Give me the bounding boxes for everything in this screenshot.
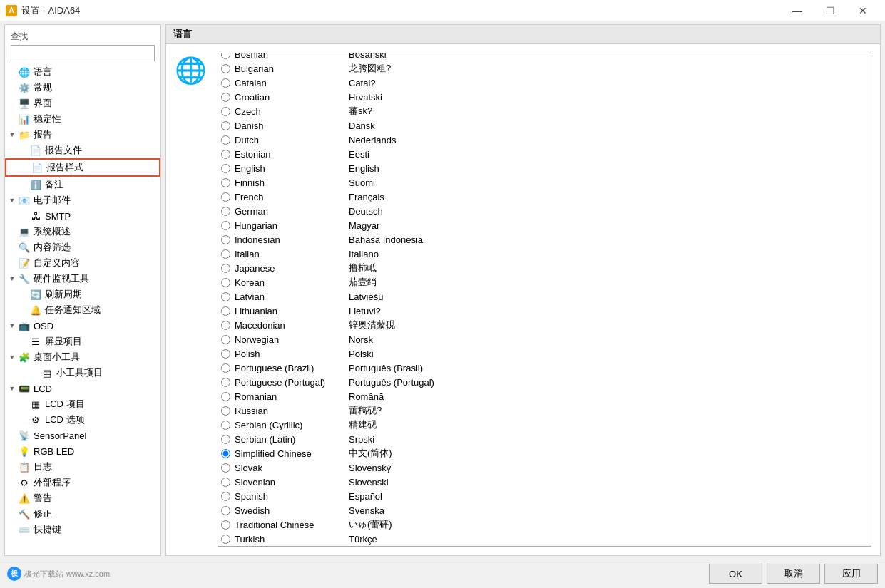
- sidebar-item-report-file[interactable]: 📄报告文件: [5, 143, 160, 158]
- expand-icon-email[interactable]: ▼: [8, 196, 16, 205]
- lang-row[interactable]: EnglishEnglish: [218, 161, 871, 175]
- sidebar-item-sensorpanel[interactable]: 📡SensorPanel: [5, 428, 160, 443]
- radio-portuguese--brazil-[interactable]: [221, 363, 230, 373]
- lang-row[interactable]: DanishDansk: [218, 118, 871, 133]
- radio-bosnian[interactable]: [221, 53, 230, 59]
- lang-row[interactable]: Korean茄壹绡: [218, 275, 871, 289]
- sidebar-item-report[interactable]: ▼📁报告: [5, 127, 160, 143]
- lang-row[interactable]: SwedishSvenska: [218, 503, 871, 517]
- radio-swedish[interactable]: [221, 506, 230, 515]
- sidebar-item-language[interactable]: 🌐语言: [5, 64, 160, 80]
- radio-serbian--cyrillic-[interactable]: [221, 421, 230, 430]
- radio-romanian[interactable]: [221, 392, 230, 401]
- cancel-button[interactable]: 取消: [767, 564, 820, 584]
- lang-row[interactable]: NorwegianNorsk: [218, 332, 871, 346]
- radio-croatian[interactable]: [221, 93, 230, 102]
- expand-icon-osd[interactable]: ▼: [8, 321, 16, 330]
- lang-row[interactable]: HungarianMagyar: [218, 218, 871, 232]
- expand-icon-hwmon[interactable]: ▼: [8, 274, 16, 283]
- radio-spanish[interactable]: [221, 492, 230, 501]
- sidebar-item-notes[interactable]: ℹ️备注: [5, 177, 160, 192]
- lang-row[interactable]: SlovenianSlovenski: [218, 475, 871, 489]
- maximize-button[interactable]: ☐: [814, 0, 846, 21]
- radio-lithuanian[interactable]: [221, 306, 230, 316]
- lang-row[interactable]: Traditional Chineseいゅ(蕾砰): [218, 517, 871, 532]
- radio-indonesian[interactable]: [221, 235, 230, 244]
- sidebar-item-shortcut[interactable]: ⌨️快捷键: [5, 522, 160, 537]
- sidebar-item-email[interactable]: ▼📧电子邮件: [5, 192, 160, 208]
- lang-row[interactable]: Bulgarian龙胯図粗?: [218, 61, 871, 76]
- sidebar-item-refresh[interactable]: 🔄刷新周期: [5, 287, 160, 302]
- lang-row[interactable]: ItalianItaliano: [218, 247, 871, 261]
- sidebar-item-osd[interactable]: ▼📺OSD: [5, 318, 160, 334]
- lang-row[interactable]: Portuguese (Portugal)Português (Portugal…: [218, 375, 871, 389]
- lang-row[interactable]: SpanishEspañol: [218, 489, 871, 503]
- expand-icon-lcd[interactable]: ▼: [8, 384, 16, 393]
- lang-row[interactable]: FrenchFrançais: [218, 190, 871, 204]
- radio-russian[interactable]: [221, 406, 230, 416]
- lang-row[interactable]: GermanDeutsch: [218, 204, 871, 218]
- radio-german[interactable]: [221, 207, 230, 216]
- sidebar-item-tasknotify[interactable]: 🔔任务通知区域: [5, 302, 160, 318]
- search-input[interactable]: [11, 45, 155, 61]
- lang-row[interactable]: FinnishSuomi: [218, 175, 871, 190]
- radio-traditional-chinese[interactable]: [221, 520, 230, 530]
- radio-latvian[interactable]: [221, 292, 230, 301]
- lang-row[interactable]: IndonesianBahasa Indonesia: [218, 232, 871, 247]
- minimize-button[interactable]: —: [781, 0, 814, 21]
- radio-japanese[interactable]: [221, 264, 230, 273]
- lang-row[interactable]: Serbian (Latin)Srpski: [218, 432, 871, 446]
- radio-macedonian[interactable]: [221, 321, 230, 330]
- radio-french[interactable]: [221, 192, 230, 202]
- radio-bulgarian[interactable]: [221, 64, 230, 73]
- lang-row[interactable]: Japanese撸柿岻: [218, 261, 871, 275]
- sidebar-item-interface[interactable]: 🖥️界面: [5, 96, 160, 111]
- sidebar-item-desktoptool[interactable]: ▼🧩桌面小工具: [5, 349, 160, 365]
- lang-row[interactable]: Macedonian锌奥清藜砚: [218, 318, 871, 332]
- expand-icon-desktoptool[interactable]: ▼: [8, 353, 16, 361]
- radio-english[interactable]: [221, 164, 230, 173]
- radio-slovak[interactable]: [221, 463, 230, 473]
- sidebar-item-repair[interactable]: 🔨修正: [5, 506, 160, 522]
- radio-polish[interactable]: [221, 349, 230, 359]
- ok-button[interactable]: OK: [709, 564, 762, 584]
- sidebar-item-contentfilter[interactable]: 🔍内容筛选: [5, 239, 160, 255]
- radio-slovenian[interactable]: [221, 478, 230, 487]
- radio-finnish[interactable]: [221, 178, 230, 187]
- sidebar-item-sysoverview[interactable]: 💻系统概述: [5, 224, 160, 239]
- lang-row[interactable]: LithuanianLietuvi?: [218, 304, 871, 318]
- close-button[interactable]: ✕: [846, 0, 879, 21]
- radio-simplified-chinese[interactable]: [221, 449, 230, 458]
- lang-row[interactable]: SlovakSlovenský: [218, 460, 871, 475]
- radio-hungarian[interactable]: [221, 221, 230, 230]
- lang-row[interactable]: DutchNederlands: [218, 133, 871, 147]
- radio-turkish[interactable]: [221, 535, 230, 544]
- sidebar-item-rgbled[interactable]: 💡RGB LED: [5, 443, 160, 459]
- sidebar-item-lcdopt[interactable]: ⚙LCD 选项: [5, 412, 160, 428]
- lang-row[interactable]: LatvianLatviešu: [218, 289, 871, 304]
- lang-row[interactable]: Czech蕃sk?: [218, 104, 871, 118]
- lang-row[interactable]: Portuguese (Brazil)Português (Brasil): [218, 361, 871, 375]
- sidebar-item-general[interactable]: ⚙️常规: [5, 80, 160, 96]
- expand-icon-report[interactable]: ▼: [8, 130, 16, 139]
- sidebar-item-custom[interactable]: 📝自定义内容: [5, 255, 160, 271]
- radio-serbian--latin-[interactable]: [221, 435, 230, 444]
- sidebar-item-report-style[interactable]: 📄报告样式: [5, 158, 160, 177]
- sidebar-item-screenitems[interactable]: ☰屏显项目: [5, 334, 160, 349]
- sidebar-item-warning[interactable]: ⚠️警告: [5, 490, 160, 506]
- lang-row[interactable]: Russian蕾稿砚?: [218, 403, 871, 418]
- apply-button[interactable]: 应用: [824, 564, 878, 584]
- lang-row[interactable]: RomanianRomână: [218, 389, 871, 403]
- radio-korean[interactable]: [221, 278, 230, 287]
- radio-norwegian[interactable]: [221, 335, 230, 344]
- radio-estonian[interactable]: [221, 150, 230, 159]
- radio-dutch[interactable]: [221, 135, 230, 145]
- lang-row[interactable]: CatalanCatal?: [218, 76, 871, 90]
- sidebar-item-hwmon[interactable]: ▼🔧硬件监视工具: [5, 271, 160, 287]
- sidebar-item-extprog[interactable]: ⚙外部程序: [5, 475, 160, 490]
- lang-row[interactable]: CroatianHrvatski: [218, 90, 871, 104]
- sidebar-item-smtp[interactable]: 🖧SMTP: [5, 208, 160, 224]
- lang-row[interactable]: Serbian (Cyrillic)精建砚: [218, 418, 871, 432]
- lang-row[interactable]: EstonianEesti: [218, 147, 871, 161]
- lang-row[interactable]: Simplified Chinese中文(简体): [218, 446, 871, 460]
